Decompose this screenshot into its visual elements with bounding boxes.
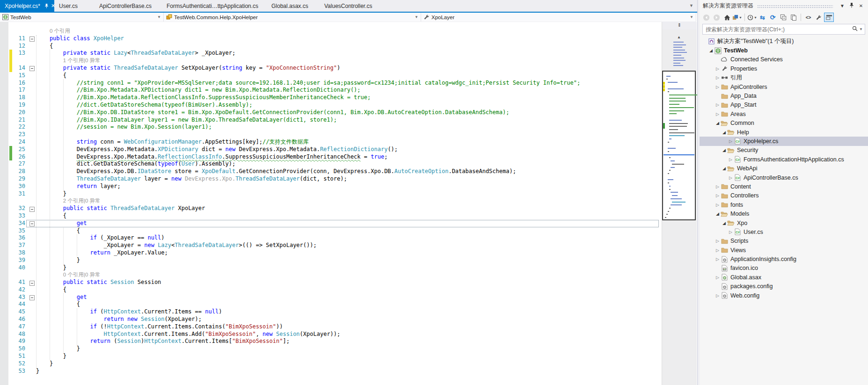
expander-collapsed-icon[interactable]: ▷ — [715, 203, 721, 207]
tree-item-app-start[interactable]: ▷App_Start — [700, 101, 868, 109]
code-line-11[interactable]: 11public class XpoHelper — [0, 35, 662, 43]
fold-collapse-box[interactable] — [29, 66, 35, 71]
code-line-48[interactable]: 48HttpContext.Current.Items.Add("BimXpoS… — [0, 331, 662, 338]
refresh-button[interactable]: ⟳ — [768, 13, 778, 22]
tree-item-global-asax[interactable]: ▷Global.asax — [700, 273, 868, 282]
chevron-down-icon[interactable]: ▼ — [415, 15, 418, 19]
tab-xpohelper-cs-[interactable]: XpoHelper.cs*✕ — [0, 0, 54, 12]
scrollbar-map[interactable]: ⇕ ▲ — [662, 22, 697, 385]
tree-item-security[interactable]: ◢Security — [700, 146, 868, 155]
preview-selected-items-button[interactable] — [824, 13, 834, 22]
tree-item-user-cs[interactable]: ▷C#User.cs — [700, 227, 868, 236]
code-line-16[interactable]: 16//string conn1 = "XpoProvider=MSSqlSer… — [0, 80, 662, 87]
expander-collapsed-icon[interactable]: ▷ — [728, 139, 734, 144]
tree-item-web-config[interactable]: ▷Web.config — [700, 291, 868, 300]
tab-user-cs[interactable]: User.cs — [54, 0, 95, 12]
tree-item-connected-services[interactable]: Connected Services — [700, 55, 868, 64]
tree-item-models[interactable]: ◢Models — [700, 209, 868, 218]
code-line-30[interactable]: 30return layer; — [0, 183, 662, 190]
code-line-50[interactable]: 50} — [0, 345, 662, 353]
chevron-down-icon[interactable]: ▼ — [157, 15, 161, 19]
window-menu-chevron-icon[interactable]: ▼ — [839, 3, 846, 8]
code-line-40[interactable]: 40} — [0, 264, 662, 272]
fold-collapse-box[interactable] — [29, 281, 35, 286]
fold-collapse-box[interactable] — [29, 207, 35, 212]
expander-collapsed-icon[interactable]: ▷ — [728, 157, 734, 162]
code-line-39[interactable]: 39} — [0, 257, 662, 264]
code-line-28[interactable]: 28DevExpress.Xpo.DB.IDataStore store = X… — [0, 168, 662, 175]
switch-views-button[interactable]: ▼ — [732, 13, 742, 22]
code-line-51[interactable]: 51} — [0, 353, 662, 360]
tree-item-fonts[interactable]: ▷fonts — [700, 200, 868, 209]
tree-item-controllers[interactable]: ▷Controllers — [700, 191, 868, 200]
tree-item-testweb[interactable]: ◢TestWeb — [700, 46, 868, 55]
expander-collapsed-icon[interactable]: ▷ — [715, 66, 721, 71]
search-icon[interactable] — [852, 26, 858, 33]
pin-icon[interactable] — [848, 2, 855, 9]
expander-expanded-icon[interactable]: ◢ — [721, 166, 727, 171]
code-line-46[interactable]: 46return new Session(XpoLayer); — [0, 316, 662, 323]
code-line-27[interactable]: 27dict.GetDataStoreSchema(typeof(User).A… — [0, 160, 662, 168]
type-dropdown[interactable]: TestWeb.Common.Help.XpoHelper ▼ — [164, 13, 421, 22]
expander-collapsed-icon[interactable]: ▷ — [715, 112, 721, 116]
code-line-19[interactable]: 19//dict.GetDataStoreSchema(typeof(BimUs… — [0, 102, 662, 109]
sync-with-active-document-button[interactable]: ⇆ — [758, 13, 767, 22]
code-line-24[interactable]: 24string conn = WebConfigurationManager.… — [0, 138, 662, 146]
tree-item-webapi[interactable]: ◢WebApi — [700, 164, 868, 173]
code-line-20[interactable]: 20//Bim.Xpo.DB.IDataStore store1 = Bim.X… — [0, 109, 662, 116]
code-line-17[interactable]: 17//Bim.Xpo.Metadata.XPDictionary dict1 … — [0, 87, 662, 94]
expander-collapsed-icon[interactable]: ▷ — [728, 175, 734, 180]
tab-formsauthenticati-ttpapplication-cs[interactable]: FormsAuthenticati…ttpApplication.cs — [162, 0, 267, 12]
code-line-52[interactable]: 52} — [0, 360, 662, 368]
tree-item-favicon-ico[interactable]: favicon.ico — [700, 264, 868, 273]
expander-expanded-icon[interactable]: ◢ — [715, 211, 721, 216]
code-line-13[interactable]: 13private static Lazy<ThreadSafeDataLaye… — [0, 50, 662, 57]
code-line-45[interactable]: 45if (HttpContext.Current?.Items == null… — [0, 308, 662, 316]
code-line-12[interactable]: 12{ — [0, 43, 662, 50]
expander-collapsed-icon[interactable]: ▷ — [715, 275, 721, 280]
tab-global-asax-cs[interactable]: Global.asax.cs — [267, 0, 320, 12]
expander-collapsed-icon[interactable]: ▷ — [715, 193, 721, 198]
tree-item-xpohelper-cs[interactable]: ▷C#XpoHelper.cs — [700, 137, 868, 145]
code-line-41[interactable]: 41public static Session Session — [0, 279, 662, 286]
code-line-31[interactable]: 31} — [0, 190, 662, 198]
tree-item-help[interactable]: ◢Help — [700, 128, 868, 137]
code-line-26[interactable]: 26DevExpress.Xpo.Metadata.ReflectionClas… — [0, 153, 662, 161]
tree-item-properties[interactable]: ▷Properties — [700, 64, 868, 73]
project-dropdown[interactable]: TestWeb ▼ — [0, 13, 164, 22]
scope-to-this-button[interactable] — [788, 13, 798, 22]
pending-changes-filter-button[interactable]: ▼ — [747, 13, 757, 22]
codelens-row[interactable]: 0 个引用 — [0, 28, 662, 35]
expander-expanded-icon[interactable]: ◢ — [708, 48, 714, 53]
map-viewport-box[interactable] — [662, 71, 696, 220]
expander-collapsed-icon[interactable]: ▷ — [715, 293, 721, 298]
expander-collapsed-icon[interactable]: ▷ — [715, 75, 721, 80]
tree-item-areas[interactable]: ▷Areas — [700, 109, 868, 118]
code-line-18[interactable]: 18//Bim.Xpo.Metadata.ReflectionClassInfo… — [0, 94, 662, 102]
tree-item-content[interactable]: ▷Content — [700, 182, 868, 191]
close-tab-icon[interactable]: ✕ — [51, 3, 54, 9]
tree-item------testweb--1-----[interactable]: 解决方案"TestWeb"(1 个项目) — [700, 37, 868, 46]
code-line-29[interactable]: 29ThreadSafeDataLayer layer = new DevExp… — [0, 175, 662, 183]
solution-explorer-search[interactable]: ▼ — [702, 24, 865, 35]
tree-item-apicontrollers[interactable]: ▷ApiControllers — [700, 82, 868, 91]
code-line-43[interactable]: 43get — [0, 294, 662, 301]
chevron-down-icon[interactable]: ▼ — [690, 15, 693, 19]
code-line-22[interactable]: 22//session = new Bim.Xpo.Session(layer1… — [0, 123, 662, 131]
expander-collapsed-icon[interactable]: ▷ — [715, 257, 721, 262]
expander-expanded-icon[interactable]: ◢ — [715, 121, 721, 125]
fold-collapse-box[interactable] — [29, 295, 35, 300]
tree-item-apicontrollerbase-cs[interactable]: ▷C#ApiControllerBase.cs — [700, 173, 868, 182]
expander-collapsed-icon[interactable]: ▷ — [728, 230, 734, 234]
code-line-37[interactable]: 37_XpoLayer = new Lazy<ThreadSafeDataLay… — [0, 242, 662, 249]
code-line-34[interactable]: 34get — [0, 220, 662, 227]
tree-item-applicationinsights-config[interactable]: ▷ApplicationInsights.config — [700, 254, 868, 263]
collapse-all-button[interactable] — [778, 13, 788, 22]
tree-item-xpo[interactable]: ◢Xpo — [700, 218, 868, 227]
tree-item-packages-config[interactable]: packages.config — [700, 282, 868, 291]
close-icon[interactable]: ✕ — [857, 3, 865, 8]
member-dropdown[interactable]: XpoLayer ▼ — [421, 13, 696, 22]
code-line-15[interactable]: 15{ — [0, 72, 662, 80]
tree-item-formsauthenticationhttpapplication-cs[interactable]: ▷C#FormsAuthenticationHttpApplication.cs — [700, 155, 868, 164]
tree-item-views[interactable]: ▷Views — [700, 246, 868, 254]
